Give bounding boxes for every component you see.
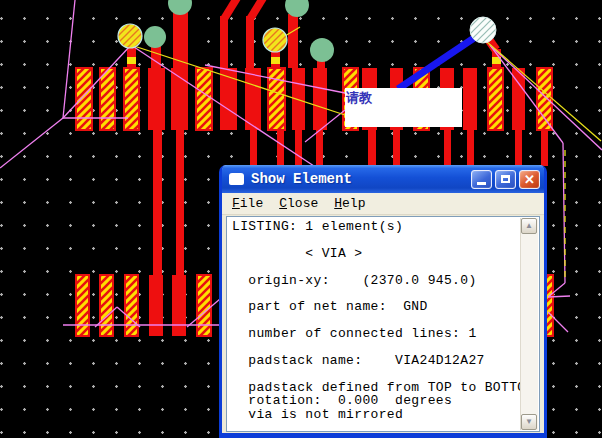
maximize-icon — [501, 175, 510, 183]
element-listing-box[interactable]: LISTING: 1 element(s) < VIA > origin-xy:… — [226, 216, 540, 432]
copper-trace — [368, 130, 376, 168]
menubar: File Close Help — [222, 193, 544, 215]
copper-trace — [246, 16, 254, 68]
pad-hatched — [76, 275, 89, 336]
pad-red — [148, 68, 165, 130]
copper-trace — [250, 130, 257, 168]
window-icon — [229, 173, 244, 185]
copper-trace-angled — [224, 0, 237, 19]
menu-close[interactable]: Close — [279, 196, 318, 211]
menu-help[interactable]: Help — [334, 196, 365, 211]
copper-trace — [541, 130, 548, 166]
pad-hatched — [196, 68, 212, 130]
pad-red — [463, 68, 477, 130]
pad-hatched — [537, 68, 552, 130]
show-element-window: Show Element ✕ File Close Help LISTING: … — [219, 165, 547, 438]
ratsnest-line — [63, 45, 131, 118]
scrollbar[interactable]: ▲ ▼ — [520, 218, 538, 430]
copper-trace — [277, 130, 284, 168]
pin-green — [310, 38, 334, 62]
window-title: Show Element — [251, 171, 468, 187]
maximize-button[interactable] — [495, 170, 516, 189]
pad-red — [292, 68, 305, 130]
copper-trace — [220, 16, 228, 68]
pcb-canvas[interactable]: 请教 Show Element ✕ File Close Help LISTIN… — [0, 0, 602, 438]
trace-yellow-segment — [127, 57, 136, 64]
titlebar[interactable]: Show Element ✕ — [222, 165, 544, 193]
via-yellow — [118, 24, 142, 48]
element-listing-text: LISTING: 1 element(s) < VIA > origin-xy:… — [227, 217, 539, 421]
copper-trace — [444, 130, 451, 166]
copper-trace — [393, 130, 400, 168]
copper-trace — [295, 130, 302, 168]
pad-hatched — [76, 68, 92, 130]
pad-hatched — [197, 275, 211, 336]
copper-trace — [288, 14, 298, 68]
copper-trace — [151, 46, 161, 68]
close-icon: ✕ — [524, 173, 535, 186]
copper-trace — [467, 130, 474, 166]
menu-file[interactable]: File — [232, 196, 263, 211]
via-white-selected — [470, 17, 496, 43]
pin-green — [168, 0, 192, 15]
copper-trace — [515, 130, 522, 166]
minimize-icon — [477, 182, 486, 185]
pad-hatched — [100, 275, 113, 336]
pad-hatched — [100, 68, 115, 130]
ratsnest-line — [0, 118, 63, 168]
pin-green — [144, 26, 166, 48]
copper-trace — [176, 130, 184, 275]
copper-trace-angled — [250, 0, 263, 19]
trace-yellow-segment — [271, 57, 280, 64]
close-button[interactable]: ✕ — [519, 170, 540, 189]
list-area: LISTING: 1 element(s) < VIA > origin-xy:… — [224, 215, 542, 433]
pad-hatched — [488, 68, 503, 130]
minimize-button[interactable] — [471, 170, 492, 189]
ratsnest-line — [63, 0, 75, 118]
note-text: 请教 — [346, 89, 372, 107]
pad-hatched — [125, 275, 138, 336]
pad-red — [313, 68, 327, 130]
pad-red — [149, 275, 163, 336]
scroll-up-button[interactable]: ▲ — [521, 218, 537, 234]
pad-hatched — [268, 68, 285, 130]
pad-red — [245, 68, 261, 130]
pad-red — [172, 275, 186, 336]
via-yellow — [263, 28, 287, 52]
copper-trace — [316, 130, 323, 168]
pad-hatched — [124, 68, 139, 130]
scroll-down-button[interactable]: ▼ — [521, 414, 537, 430]
copper-trace — [153, 130, 162, 275]
